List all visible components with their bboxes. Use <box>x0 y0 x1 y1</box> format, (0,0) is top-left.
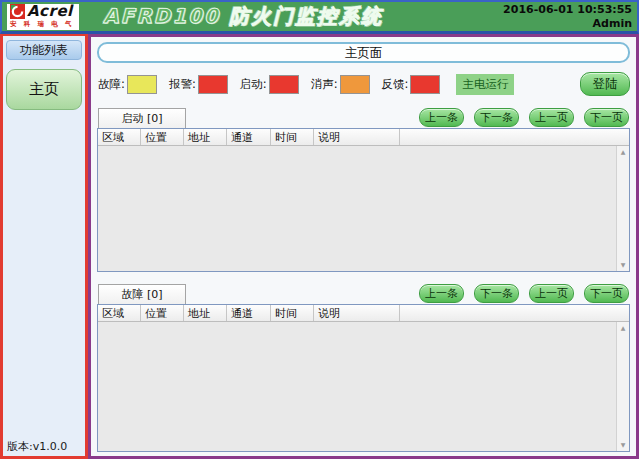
start-records-table: 区域 位置 地址 通道 时间 说明 ▲ ▼ <box>97 128 630 272</box>
column-header-position: 位置 <box>141 305 184 321</box>
scroll-up-icon[interactable]: ▲ <box>621 149 626 155</box>
start-pager-group: 上一条 下一条 上一页 下一页 <box>419 108 630 128</box>
app-window: Acrel 安 科 瑞 电 气 AFRD100 防火门监控系统 2016-06-… <box>0 0 639 459</box>
fault-label: 故障: <box>98 77 125 92</box>
column-header-channel: 通道 <box>227 305 271 321</box>
prev-record-button[interactable]: 上一条 <box>419 108 464 127</box>
scroll-down-icon[interactable]: ▼ <box>621 442 626 448</box>
column-header-filler <box>400 129 629 145</box>
tab-start-records[interactable]: 启动 [0] <box>98 108 186 128</box>
column-header-area: 区域 <box>98 305 141 321</box>
scroll-down-icon[interactable]: ▼ <box>621 262 626 268</box>
fault-records-tab-row: 故障 [0] 上一条 下一条 上一页 下一页 <box>97 283 630 304</box>
fault-table-scrollbar[interactable]: ▲ ▼ <box>616 322 629 451</box>
status-feedback: 反馈: <box>382 75 441 94</box>
mute-indicator-box <box>340 75 370 94</box>
alarm-indicator-box <box>198 75 228 94</box>
version-label: 版本:v1.0.0 <box>6 439 82 454</box>
column-header-time: 时间 <box>271 129 314 145</box>
brand-name: Acrel <box>27 4 73 19</box>
header-info: 2016-06-01 10:53:55 Admin <box>503 3 632 31</box>
login-button[interactable]: 登陆 <box>580 72 630 96</box>
next-page-button[interactable]: 下一页 <box>584 284 629 303</box>
status-start: 启动: <box>240 75 299 94</box>
scroll-up-icon[interactable]: ▲ <box>621 325 626 331</box>
tab-fault-records[interactable]: 故障 [0] <box>98 284 186 304</box>
feedback-label: 反馈: <box>382 77 409 92</box>
column-header-address: 地址 <box>184 129 227 145</box>
status-fault: 故障: <box>98 75 157 94</box>
status-mute: 消声: <box>311 75 370 94</box>
prev-page-button[interactable]: 上一页 <box>529 284 574 303</box>
next-record-button[interactable]: 下一条 <box>474 284 519 303</box>
logo-row: Acrel <box>10 4 74 19</box>
start-table-body: ▲ ▼ <box>98 146 629 271</box>
column-header-position: 位置 <box>141 129 184 145</box>
column-header-time: 时间 <box>271 305 314 321</box>
start-label: 启动: <box>240 77 267 92</box>
column-header-channel: 通道 <box>227 129 271 145</box>
page-title: AFRD100 防火门监控系统 <box>103 3 383 30</box>
current-user-label: Admin <box>503 17 632 31</box>
mute-label: 消声: <box>311 77 338 92</box>
status-alarm: 报警: <box>169 75 228 94</box>
fault-table-body: ▲ ▼ <box>98 322 629 451</box>
column-header-address: 地址 <box>184 305 227 321</box>
column-header-description: 说明 <box>314 129 400 145</box>
next-page-button[interactable]: 下一页 <box>584 108 629 127</box>
alarm-label: 报警: <box>169 77 196 92</box>
fault-records-table: 区域 位置 地址 通道 时间 说明 ▲ ▼ <box>97 304 630 452</box>
column-header-area: 区域 <box>98 129 141 145</box>
main-power-status-badge: 主电运行 <box>456 74 514 95</box>
start-records-tab-row: 启动 [0] 上一条 下一条 上一页 下一页 <box>97 107 630 128</box>
prev-page-button[interactable]: 上一页 <box>529 108 574 127</box>
column-header-filler <box>400 305 629 321</box>
sidebar-title: 功能列表 <box>6 40 82 60</box>
app-header: Acrel 安 科 瑞 电 气 AFRD100 防火门监控系统 2016-06-… <box>0 0 639 34</box>
status-row: 故障: 报警: 启动: 消声: 反馈: <box>97 72 630 96</box>
body-row: 功能列表 主页 版本:v1.0.0 主页面 故障: 报警: 启动: <box>0 34 639 459</box>
main-panel: 主页面 故障: 报警: 启动: 消声: <box>88 34 639 459</box>
prev-record-button[interactable]: 上一条 <box>419 284 464 303</box>
acrel-logo: Acrel 安 科 瑞 电 气 <box>7 4 79 30</box>
fault-indicator-box <box>127 75 157 94</box>
feedback-indicator-box <box>410 75 440 94</box>
function-sidebar: 功能列表 主页 版本:v1.0.0 <box>0 34 88 459</box>
acrel-logo-icon <box>10 4 25 19</box>
fault-table-header: 区域 位置 地址 通道 时间 说明 <box>98 305 629 322</box>
start-indicator-box <box>269 75 299 94</box>
fault-pager-group: 上一条 下一条 上一页 下一页 <box>419 284 630 304</box>
start-table-scrollbar[interactable]: ▲ ▼ <box>616 146 629 271</box>
main-page-title-bar: 主页面 <box>97 42 630 63</box>
sidebar-item-home[interactable]: 主页 <box>6 69 82 110</box>
start-table-header: 区域 位置 地址 通道 时间 说明 <box>98 129 629 146</box>
next-record-button[interactable]: 下一条 <box>474 108 519 127</box>
brand-subtitle: 安 科 瑞 电 气 <box>10 20 74 29</box>
column-header-description: 说明 <box>314 305 400 321</box>
datetime-label: 2016-06-01 10:53:55 <box>503 3 632 17</box>
